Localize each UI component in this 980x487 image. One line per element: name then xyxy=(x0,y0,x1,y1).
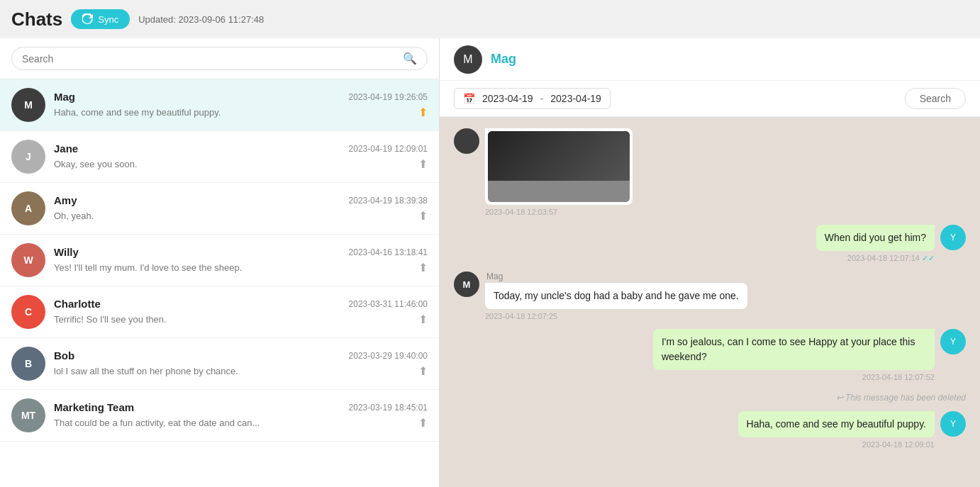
right-panel: M Mag 📅 2023-04-19 - 2023-04-19 Search 2… xyxy=(440,38,980,487)
main-layout: 🔍 M Mag 2023-04-19 19:26:05 Haha, come a… xyxy=(0,38,980,487)
chat-name: Willy xyxy=(54,246,79,258)
export-icon[interactable]: ⬆ xyxy=(418,416,428,430)
avatar: MT xyxy=(11,398,45,432)
chat-header: M Mag xyxy=(440,38,980,81)
updated-text: Updated: 2023-09-06 11:27:48 xyxy=(138,14,264,25)
chat-preview: Oh, yeah. xyxy=(54,211,94,221)
msg-time: 2023-04-18 12:09:01 xyxy=(862,440,935,449)
date-from: 2023-04-19 xyxy=(482,93,533,104)
header-avatar: M xyxy=(454,45,482,74)
chat-time: 2023-04-16 13:18:41 xyxy=(349,247,428,257)
date-to: 2023-04-19 xyxy=(550,93,601,104)
avatar: B xyxy=(11,347,45,381)
msg-time: 2023-04-18 12:07:52 xyxy=(862,373,935,381)
msg-avatar: M xyxy=(454,272,479,297)
chat-preview: Okay, see you soon. xyxy=(54,159,138,169)
avatar: C xyxy=(11,295,45,329)
header-name: Mag xyxy=(491,52,516,67)
search-input[interactable] xyxy=(22,53,403,65)
chat-time: 2023-03-19 18:45:01 xyxy=(349,403,428,413)
sync-icon xyxy=(82,13,94,25)
chat-time: 2023-03-31 11:46:00 xyxy=(349,299,428,309)
msg-bubble: I'm so jealous, can I come to see Happy … xyxy=(653,329,935,370)
msg-sender-name: Mag xyxy=(485,272,747,281)
export-icon[interactable]: ⬆ xyxy=(418,157,428,171)
chat-list: M Mag 2023-04-19 19:26:05 Haha, come and… xyxy=(0,79,439,487)
avatar: M xyxy=(11,88,45,122)
chat-preview: Haha, come and see my beautiful puppy. xyxy=(54,107,221,118)
messages-area: 2023-04-18 12:03:57 When did you get him… xyxy=(440,117,980,487)
chat-item-mag[interactable]: M Mag 2023-04-19 19:26:05 Haha, come and… xyxy=(0,79,439,131)
chat-time: 2023-04-19 19:26:05 xyxy=(349,92,428,102)
message-row: Haha, come and see my beautiful puppy. 2… xyxy=(454,411,966,449)
tick-icon: ✓✓ xyxy=(922,254,935,262)
chat-name: Mag xyxy=(54,91,75,103)
sent-avatar: Y xyxy=(940,329,966,354)
message-row: M Mag Today, my uncle's dog had a baby a… xyxy=(454,272,966,320)
sync-button[interactable]: Sync xyxy=(71,9,130,29)
avatar: W xyxy=(11,243,45,277)
chat-time: 2023-04-19 12:09:01 xyxy=(349,144,428,154)
chat-name: Bob xyxy=(54,349,74,362)
chat-time: 2023-04-19 18:39:38 xyxy=(349,196,428,206)
export-icon[interactable]: ⬆ xyxy=(418,106,428,119)
chat-item-charlotte[interactable]: C Charlotte 2023-03-31 11:46:00 Terrific… xyxy=(0,286,439,338)
message-row: I'm so jealous, can I come to see Happy … xyxy=(454,329,966,381)
chat-preview: That could be a fun activity, eat the da… xyxy=(54,418,260,428)
left-panel: 🔍 M Mag 2023-04-19 19:26:05 Haha, come a… xyxy=(0,38,440,487)
chat-name: Charlotte xyxy=(54,298,101,310)
search-button[interactable]: Search xyxy=(905,88,966,109)
msg-bubble: When did you get him? xyxy=(816,225,935,251)
msg-bubble: Haha, come and see my beautiful puppy. xyxy=(738,411,935,437)
search-bar: 🔍 xyxy=(0,38,439,79)
chat-name: Jane xyxy=(54,142,78,155)
sent-avatar: Y xyxy=(940,411,966,437)
chat-name: Marketing Team xyxy=(54,401,134,413)
msg-bubble xyxy=(485,128,633,205)
search-icon: 🔍 xyxy=(403,52,417,65)
chat-item-amy[interactable]: A Amy 2023-04-19 18:39:38 Oh, yeah. ⬆ xyxy=(0,183,439,235)
page-title: Chats xyxy=(11,9,62,30)
date-filter-row: 📅 2023-04-19 - 2023-04-19 Search xyxy=(440,81,980,117)
chat-name: Amy xyxy=(54,194,77,206)
date-range-box: 📅 2023-04-19 - 2023-04-19 xyxy=(454,88,611,109)
export-icon[interactable]: ⬆ xyxy=(418,209,428,223)
msg-avatar xyxy=(454,128,479,154)
sync-label: Sync xyxy=(98,14,118,25)
export-icon[interactable]: ⬆ xyxy=(418,313,428,326)
message-row: ↩ This message has been deleted xyxy=(454,390,966,403)
avatar: A xyxy=(11,191,45,225)
msg-time: 2023-04-18 12:07:25 xyxy=(485,312,747,320)
chat-item-jane[interactable]: J Jane 2023-04-19 12:09:01 Okay, see you… xyxy=(0,131,439,183)
chat-item-willy[interactable]: W Willy 2023-04-16 13:18:41 Yes! I'll te… xyxy=(0,235,439,286)
date-separator: - xyxy=(540,93,544,104)
chat-item-marketing[interactable]: MT Marketing Team 2023-03-19 18:45:01 Th… xyxy=(0,390,439,442)
avatar: J xyxy=(11,140,45,174)
export-icon[interactable]: ⬆ xyxy=(418,364,428,378)
msg-bubble: Today, my uncle's dog had a baby and he … xyxy=(485,283,747,309)
top-bar: Chats Sync Updated: 2023-09-06 11:27:48 xyxy=(0,0,980,38)
msg-time: 2023-04-18 12:03:57 xyxy=(485,208,633,216)
message-row: When did you get him? 2023-04-18 12:07:1… xyxy=(454,225,966,263)
chat-preview: Terrific! So I'll see you then. xyxy=(54,314,167,325)
chat-item-bob[interactable]: B Bob 2023-03-29 19:40:00 lol I saw all … xyxy=(0,338,439,390)
chat-preview: Yes! I'll tell my mum. I'd love to see t… xyxy=(54,262,242,273)
export-icon[interactable]: ⬆ xyxy=(418,261,428,274)
sent-avatar: Y xyxy=(940,225,966,250)
msg-time: 2023-04-18 12:07:14 ✓✓ xyxy=(847,254,935,263)
chat-time: 2023-03-29 19:40:00 xyxy=(349,351,428,361)
chat-preview: lol I saw all the stuff on her phone by … xyxy=(54,366,238,376)
deleted-notice: ↩ This message has been deleted xyxy=(836,393,966,403)
message-row: 2023-04-18 12:03:57 xyxy=(454,128,966,216)
calendar-icon: 📅 xyxy=(463,93,475,104)
